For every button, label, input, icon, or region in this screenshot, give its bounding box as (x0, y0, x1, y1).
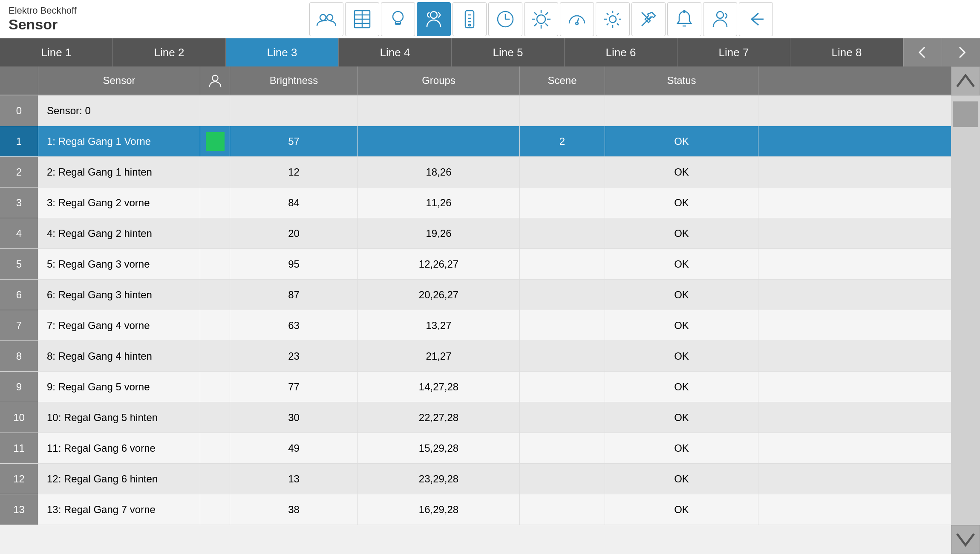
cell-index: 13 (0, 494, 38, 525)
cell-groups (358, 126, 520, 156)
cell-groups: 21,27 (358, 341, 520, 371)
col-header-scene: Scene (520, 66, 605, 95)
table-row[interactable]: 99: Regal Gang 5 vorne7714,27,28OK (0, 372, 951, 402)
cell-groups: 15,29,28 (358, 433, 520, 463)
cell-color (200, 188, 230, 218)
nav-sun-button[interactable] (524, 2, 558, 36)
col-header-person (200, 66, 230, 95)
scroll-up-button[interactable] (951, 66, 980, 95)
cell-scene (520, 280, 605, 310)
nav-settings2-button[interactable] (596, 2, 630, 36)
cell-status: OK (605, 280, 758, 310)
cell-status: OK (605, 341, 758, 371)
cell-index: 8 (0, 341, 38, 371)
cell-color (200, 126, 230, 156)
nav-clock-button[interactable] (488, 2, 522, 36)
cell-scene (520, 218, 605, 248)
cell-color (200, 249, 230, 279)
nav-back-button[interactable] (739, 2, 773, 36)
table-row[interactable]: 1313: Regal Gang 7 vorne3816,29,28OK (0, 494, 951, 525)
cell-sensor: 13: Regal Gang 7 vorne (38, 494, 200, 525)
cell-scene (520, 372, 605, 402)
table-row[interactable]: 0Sensor: 0 (0, 95, 951, 126)
table-row[interactable]: 1212: Regal Gang 6 hinten1323,29,28OK (0, 464, 951, 494)
nav-light-button[interactable] (381, 2, 415, 36)
cell-sensor: 7: Regal Gang 4 vorne (38, 310, 200, 340)
tab-line8[interactable]: Line 8 (790, 38, 903, 66)
cell-status (605, 95, 758, 126)
svg-point-33 (683, 11, 685, 12)
cell-color (200, 310, 230, 340)
cell-groups: 14,27,28 (358, 372, 520, 402)
cell-brightness (230, 95, 358, 126)
scroll-thumb[interactable] (953, 101, 978, 127)
col-header-status: Status (605, 66, 758, 95)
tab-line6[interactable]: Line 6 (565, 38, 677, 66)
nav-tools-button[interactable] (631, 2, 666, 36)
nav-gauge-button[interactable] (560, 2, 594, 36)
tab-line5[interactable]: Line 5 (452, 38, 565, 66)
tab-line4[interactable]: Line 4 (339, 38, 452, 66)
scroll-track (951, 95, 980, 525)
table-row[interactable]: 33: Regal Gang 2 vorne8411,26OK (0, 188, 951, 218)
col-header-index (0, 66, 38, 95)
status-dot (206, 132, 225, 151)
table-row[interactable]: 11: Regal Gang 1 Vorne572OK (0, 126, 951, 157)
tab-line2[interactable]: Line 2 (113, 38, 226, 66)
nav-bell-button[interactable] (667, 2, 701, 36)
cell-index: 3 (0, 188, 38, 218)
cell-color (200, 95, 230, 126)
table-row[interactable]: 55: Regal Gang 3 vorne9512,26,27OK (0, 249, 951, 280)
cell-groups: 12,26,27 (358, 249, 520, 279)
cell-brightness: 12 (230, 157, 358, 187)
cell-groups: 22,27,28 (358, 402, 520, 433)
nav-groups-button[interactable] (309, 2, 343, 36)
cell-scene (520, 310, 605, 340)
cell-status: OK (605, 310, 758, 340)
nav-remote-button[interactable] (453, 2, 487, 36)
tab-prev-button[interactable] (903, 38, 942, 66)
cell-status: OK (605, 433, 758, 463)
table-row[interactable]: 1010: Regal Gang 5 hinten3022,27,28OK (0, 402, 951, 433)
cell-sensor: 10: Regal Gang 5 hinten (38, 402, 200, 433)
cell-scene (520, 188, 605, 218)
svg-point-36 (212, 75, 218, 81)
scroll-down-button[interactable] (951, 525, 980, 554)
cell-scene (520, 341, 605, 371)
tab-line1[interactable]: Line 1 (0, 38, 113, 66)
cell-index: 5 (0, 249, 38, 279)
svg-point-1 (327, 14, 333, 20)
nav-sensor-button[interactable] (417, 2, 451, 36)
cell-index: 4 (0, 218, 38, 248)
cell-groups: 11,26 (358, 188, 520, 218)
cell-sensor: 9: Regal Gang 5 vorne (38, 372, 200, 402)
table-row[interactable]: 77: Regal Gang 4 vorne6313,27OK (0, 310, 951, 341)
cell-color (200, 157, 230, 187)
table-row[interactable]: 44: Regal Gang 2 hinten2019,26OK (0, 218, 951, 249)
cell-scene (520, 157, 605, 187)
cell-groups (358, 95, 520, 126)
table-row[interactable]: 1111: Regal Gang 6 vorne4915,29,28OK (0, 433, 951, 464)
table-row[interactable]: 66: Regal Gang 3 hinten8720,26,27OK (0, 280, 951, 310)
cell-index: 6 (0, 280, 38, 310)
table-main: Sensor Brightness Groups Scene Status (0, 66, 951, 554)
tab-line3[interactable]: Line 3 (226, 38, 339, 66)
nav-person2-button[interactable] (703, 2, 737, 36)
cell-brightness: 38 (230, 494, 358, 525)
page-title: Sensor (9, 16, 111, 33)
cell-brightness: 87 (230, 280, 358, 310)
table-container: Sensor Brightness Groups Scene Status (0, 66, 980, 554)
cell-index: 12 (0, 464, 38, 494)
cell-scene (520, 433, 605, 463)
table-row[interactable]: 22: Regal Gang 1 hinten1218,26OK (0, 157, 951, 188)
table-row[interactable]: 88: Regal Gang 4 hinten2321,27OK (0, 341, 951, 372)
cell-color (200, 464, 230, 494)
nav-book-button[interactable] (345, 2, 379, 36)
cell-index: 2 (0, 157, 38, 187)
cell-sensor: 3: Regal Gang 2 vorne (38, 188, 200, 218)
cell-color (200, 280, 230, 310)
cell-status: OK (605, 218, 758, 248)
company-name: Elektro Beckhoff (9, 5, 111, 16)
tab-next-button[interactable] (942, 38, 980, 66)
tab-line7[interactable]: Line 7 (677, 38, 790, 66)
